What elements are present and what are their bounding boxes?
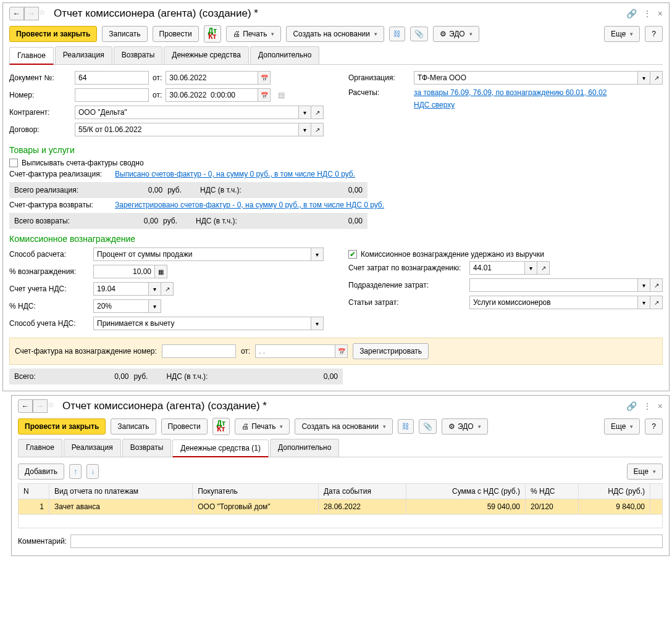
number-input[interactable] [75,88,149,102]
col-date[interactable]: Дата события [318,484,406,499]
open-icon[interactable]: ↗ [650,278,663,292]
table-row[interactable]: 1 Зачет аванса ООО "Торговый дом" 28.06.… [19,499,663,515]
link-icon[interactable]: 🔗 [626,401,637,411]
edo-button[interactable]: ⚙ ЭДО [442,418,488,434]
calendar-icon[interactable]: 📅 [258,71,271,85]
more-button[interactable]: Еще [604,418,640,434]
close-icon[interactable]: × [658,9,663,19]
create-based-button[interactable]: Создать на основании [295,418,393,434]
invoice-no-input[interactable] [162,344,236,358]
org-input[interactable] [414,71,638,85]
summary-invoice-checkbox[interactable] [9,159,18,167]
open-icon[interactable]: ↗ [537,261,550,275]
open-icon[interactable]: ↗ [650,71,663,85]
help-button[interactable]: ? [645,26,663,42]
col-vat[interactable]: НДС (руб.) [578,484,650,499]
counterparty-input[interactable] [75,106,299,119]
calendar-icon[interactable]: 📅 [258,88,271,102]
col-sum[interactable]: Сумма с НДС (руб.) [406,484,526,499]
submit-close-button[interactable]: Провести и закрыть [18,418,106,434]
print-button[interactable]: 🖨 Печать [226,26,281,42]
vat-link[interactable]: НДС сверху [414,101,455,109]
doc-no-input[interactable] [75,71,149,85]
help-button[interactable]: ? [645,418,663,434]
percent-input[interactable] [93,265,155,278]
articles-input[interactable] [469,296,638,309]
nav-back-button[interactable]: ← [9,7,24,20]
favorite-icon[interactable]: ☆ [39,8,50,19]
dropdown-icon[interactable]: ▾ [299,106,311,119]
comment-input[interactable] [70,534,663,548]
cost-account-input[interactable] [469,261,525,275]
dropdown-icon[interactable]: ▾ [311,247,324,261]
tab-returns[interactable]: Возвраты [122,439,172,457]
dropdown-icon[interactable]: ▾ [638,71,650,85]
calc-link[interactable]: за товары 76.09, 76.09, по вознаграждени… [414,88,607,97]
save-button[interactable]: Записать [102,26,147,42]
dropdown-icon[interactable]: ▾ [638,296,650,309]
open-icon[interactable]: ↗ [650,296,663,309]
close-icon[interactable]: × [658,401,663,411]
dropdown-icon[interactable]: ▾ [299,123,311,136]
tab-cash[interactable]: Денежные средства [164,46,249,64]
contract-input[interactable] [75,123,299,136]
commission-held-checkbox[interactable]: ✔ [348,250,357,259]
invoice-returns-link[interactable]: Зарегистрировано счетов-фактур - 0, на с… [115,201,384,209]
invoice-realization-link[interactable]: Выписано счетов-фактур - 0, на сумму 0 р… [115,170,355,178]
attachment-icon[interactable]: 📎 [419,419,437,434]
nav-back-button[interactable]: ← [18,399,33,413]
dropdown-icon[interactable]: ▾ [525,261,537,275]
tab-additional[interactable]: Дополнительно [250,46,319,64]
post-button[interactable]: Провести [161,418,208,434]
structure-icon[interactable]: ⛓ [389,27,405,41]
open-icon[interactable]: ↗ [311,123,324,136]
invoice-date-input[interactable] [255,344,335,358]
register-button[interactable]: Зарегистрировать [353,343,429,359]
menu-icon[interactable]: ⋮ [643,9,652,19]
submit-close-button[interactable]: Провести и закрыть [9,26,97,42]
col-type[interactable]: Вид отчета по платежам [49,484,193,499]
menu-icon[interactable]: ⋮ [643,401,652,411]
dropdown-icon[interactable]: ▾ [311,317,324,330]
calendar-icon[interactable]: 📅 [335,344,348,358]
dropdown-icon[interactable]: ▾ [149,299,161,313]
tab-realization[interactable]: Реализация [64,439,121,457]
open-icon[interactable]: ↗ [161,282,174,296]
favorite-icon[interactable]: ☆ [48,401,59,412]
vat-pct-select[interactable] [93,299,149,313]
dtkt-button[interactable]: ДтКт [204,25,221,43]
link-icon[interactable]: 🔗 [626,9,637,19]
tab-additional[interactable]: Дополнительно [270,439,339,457]
col-buyer[interactable]: Покупатель [193,484,319,499]
edo-button[interactable]: ⚙ ЭДО [433,26,479,42]
dropdown-icon[interactable]: ▾ [638,278,650,292]
vat-method-select[interactable] [93,317,311,330]
move-down-button[interactable]: ↓ [86,464,99,479]
date1-input[interactable] [166,71,258,85]
col-n[interactable]: N [19,484,49,499]
attachment-icon[interactable]: 📎 [410,27,428,41]
structure-icon[interactable]: ⛓ [398,419,414,434]
more-button-2[interactable]: Еще [627,464,663,480]
more-button[interactable]: Еще [604,26,640,42]
move-up-button[interactable]: ↑ [69,464,82,479]
date2-input[interactable] [166,88,258,102]
tab-returns[interactable]: Возвраты [114,46,163,64]
method-select[interactable] [93,247,311,261]
tab-main[interactable]: Главное [9,47,54,65]
create-based-button[interactable]: Создать на основании [286,26,384,42]
calc-icon[interactable]: ▦ [155,265,167,278]
col-vat-pct[interactable]: % НДС [526,484,579,499]
tab-main[interactable]: Главное [18,439,62,457]
dropdown-icon[interactable]: ▾ [149,282,161,296]
save-button[interactable]: Записать [111,418,156,434]
dtkt-button[interactable]: ДтКт [212,418,230,435]
nav-forward-button[interactable]: → [33,399,48,413]
print-button[interactable]: 🖨 Печать [235,418,290,434]
vat-account-input[interactable] [93,282,149,296]
tab-realization[interactable]: Реализация [55,46,112,64]
post-button[interactable]: Провести [153,26,199,42]
add-button[interactable]: Добавить [18,464,64,480]
tab-cash[interactable]: Денежные средства (1) [172,439,269,457]
nav-forward-button[interactable]: → [24,7,39,20]
